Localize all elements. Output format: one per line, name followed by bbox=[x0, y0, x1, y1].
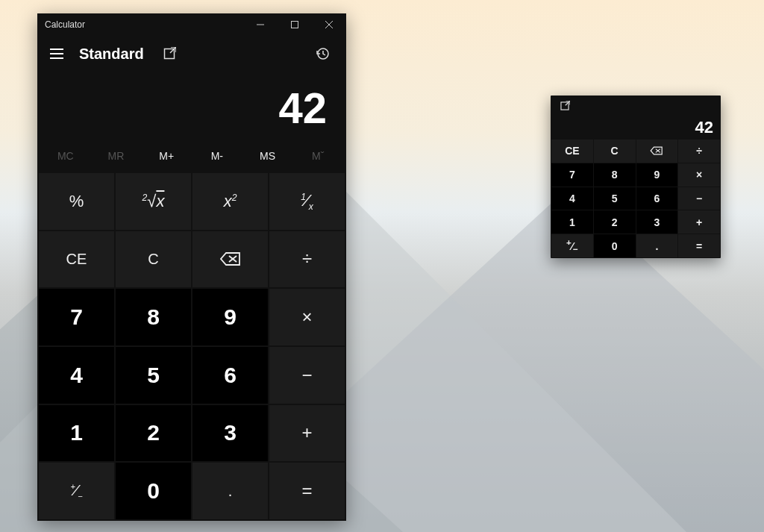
compact-two-key[interactable]: 2 bbox=[594, 210, 636, 234]
top-row: Standard bbox=[37, 36, 346, 72]
calculator-window: Calculator Standard 42 MC MR M+ M- MS bbox=[37, 13, 346, 521]
memory-plus[interactable]: M+ bbox=[141, 150, 192, 162]
multiply-key[interactable]: × bbox=[269, 289, 345, 345]
compact-three-key[interactable]: 3 bbox=[636, 210, 678, 234]
memory-recall[interactable]: MR bbox=[91, 150, 142, 162]
memory-list[interactable]: Mˇ bbox=[292, 150, 343, 162]
two-key[interactable]: 2 bbox=[116, 405, 191, 462]
memory-row: MC MR M+ M- MS Mˇ bbox=[37, 140, 346, 172]
memory-store[interactable]: MS bbox=[242, 150, 293, 162]
divide-key[interactable]: ÷ bbox=[269, 231, 345, 288]
compact-plus-key[interactable]: + bbox=[678, 210, 720, 234]
menu-button[interactable] bbox=[45, 42, 69, 66]
display: 42 bbox=[37, 72, 346, 140]
compact-clear-key[interactable]: C bbox=[594, 140, 636, 163]
compact-nine-key[interactable]: 9 bbox=[636, 163, 678, 187]
backspace-icon bbox=[220, 251, 241, 266]
compact-zero-key[interactable]: 0 bbox=[594, 234, 636, 257]
compact-decimal-key[interactable]: . bbox=[636, 234, 678, 257]
compact-six-key[interactable]: 6 bbox=[636, 187, 678, 210]
compact-clear-entry-key[interactable]: CE bbox=[551, 140, 593, 163]
mode-title: Standard bbox=[79, 46, 144, 63]
compact-top-row bbox=[551, 96, 721, 116]
keypad: % 2√x x2 1⁄x CE C ÷ 7 8 9 × 4 5 6 − 1 2 … bbox=[37, 172, 346, 521]
compact-eight-key[interactable]: 8 bbox=[594, 163, 636, 187]
calculator-compact-window: 42 CE C ÷ 7 8 9 × 4 5 6 − 1 2 3 + +⁄− 0 … bbox=[551, 96, 721, 258]
decimal-key[interactable]: . bbox=[192, 463, 268, 519]
compact-negate-key[interactable]: +⁄− bbox=[551, 234, 593, 257]
seven-key[interactable]: 7 bbox=[39, 289, 114, 345]
eight-key[interactable]: 8 bbox=[116, 289, 191, 345]
five-key[interactable]: 5 bbox=[116, 347, 191, 404]
compact-equals-key[interactable]: = bbox=[678, 234, 720, 257]
compact-minus-key[interactable]: − bbox=[678, 187, 720, 210]
zero-key[interactable]: 0 bbox=[116, 463, 191, 519]
compact-backspace-key[interactable] bbox=[636, 140, 678, 163]
svg-rect-1 bbox=[292, 22, 298, 28]
minus-key[interactable]: − bbox=[269, 347, 345, 404]
window-title: Calculator bbox=[45, 19, 85, 30]
compact-keypad: CE C ÷ 7 8 9 × 4 5 6 − 1 2 3 + +⁄− 0 . = bbox=[551, 139, 721, 258]
compact-one-key[interactable]: 1 bbox=[551, 210, 593, 234]
compact-seven-key[interactable]: 7 bbox=[551, 163, 593, 187]
svg-line-8 bbox=[170, 47, 176, 53]
three-key[interactable]: 3 bbox=[192, 405, 268, 462]
keep-on-top-button[interactable] bbox=[157, 42, 181, 66]
square-key[interactable]: x2 bbox=[192, 173, 268, 230]
nine-key[interactable]: 9 bbox=[192, 289, 268, 345]
one-key[interactable]: 1 bbox=[39, 405, 114, 462]
memory-minus[interactable]: M- bbox=[192, 150, 242, 162]
six-key[interactable]: 6 bbox=[192, 347, 268, 404]
percent-key[interactable]: % bbox=[39, 173, 114, 230]
negate-key[interactable]: +⁄− bbox=[39, 463, 114, 519]
equals-key[interactable]: = bbox=[269, 463, 345, 519]
clear-entry-key[interactable]: CE bbox=[39, 231, 114, 288]
compact-expand-button[interactable] bbox=[557, 98, 573, 114]
four-key[interactable]: 4 bbox=[39, 347, 114, 404]
compact-multiply-key[interactable]: × bbox=[678, 163, 720, 187]
backspace-key[interactable] bbox=[192, 231, 268, 288]
compact-divide-key[interactable]: ÷ bbox=[678, 140, 720, 163]
close-button[interactable] bbox=[312, 13, 346, 36]
compact-display: 42 bbox=[551, 116, 721, 139]
clear-key[interactable]: C bbox=[116, 231, 191, 288]
plus-key[interactable]: + bbox=[269, 405, 345, 462]
history-button[interactable] bbox=[310, 42, 334, 66]
memory-clear[interactable]: MC bbox=[40, 150, 91, 162]
reciprocal-key[interactable]: 1⁄x bbox=[269, 173, 345, 230]
titlebar[interactable]: Calculator bbox=[37, 13, 346, 36]
sqrt-key[interactable]: 2√x bbox=[116, 173, 191, 230]
minimize-button[interactable] bbox=[243, 13, 278, 36]
maximize-button[interactable] bbox=[278, 13, 312, 36]
svg-line-13 bbox=[566, 101, 570, 105]
compact-four-key[interactable]: 4 bbox=[551, 187, 593, 210]
compact-five-key[interactable]: 5 bbox=[594, 187, 636, 210]
backspace-icon bbox=[650, 146, 663, 155]
